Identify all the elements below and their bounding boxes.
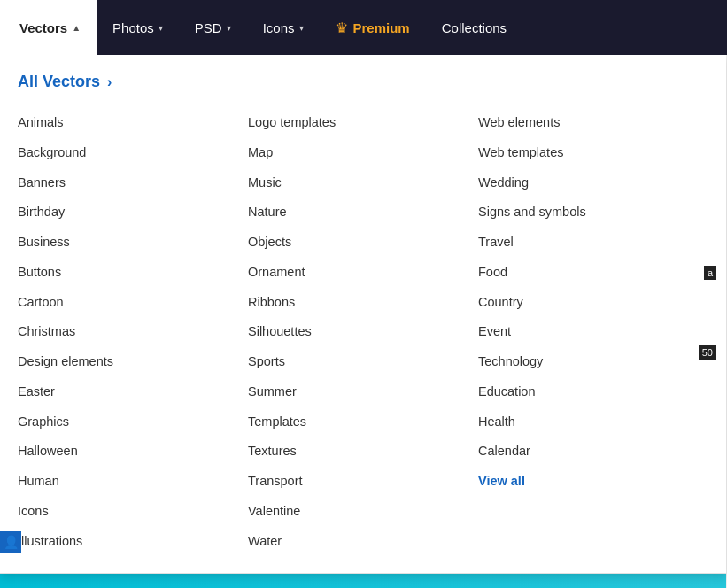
dropdown-panel: All Vectors › Animals Background Banners… [0,55,726,574]
cat-icons[interactable]: Icons [18,498,248,526]
crown-icon: ♛ [336,19,348,36]
nav-vectors-label: Vectors [19,20,67,35]
nav-item-collections[interactable]: Collections [426,0,522,55]
nav-item-psd[interactable]: PSD ▾ [179,0,247,55]
nav-psd-label: PSD [195,20,222,35]
cat-templates[interactable]: Templates [248,408,478,437]
cat-birthday[interactable]: Birthday [18,198,248,227]
cat-christmas[interactable]: Christmas [18,318,248,346]
cat-transport[interactable]: Transport [248,468,478,496]
nav-item-premium[interactable]: ♛ Premium [320,0,426,55]
nav-premium-label: Premium [353,20,410,35]
cat-sports[interactable]: Sports [248,348,478,376]
view-all-link[interactable]: View all [478,468,708,496]
side-label-b: 50 [699,345,716,360]
cat-halloween[interactable]: Halloween [18,437,248,466]
cat-valentine[interactable]: Valentine [248,498,478,526]
nav-collections-label: Collections [442,20,507,35]
cat-textures[interactable]: Textures [248,437,478,466]
cat-music[interactable]: Music [248,169,478,197]
cat-design-elements[interactable]: Design elements [18,348,248,376]
cat-ornament[interactable]: Ornament [248,259,478,287]
cat-banners[interactable]: Banners [18,169,248,197]
cat-technology[interactable]: Technology [478,348,708,376]
all-vectors-link[interactable]: All Vectors › [18,73,708,91]
cat-calendar[interactable]: Calendar [478,437,708,466]
cat-buttons[interactable]: Buttons [18,259,248,287]
category-col-2: Logo templates Map Music Nature Objects … [248,109,478,555]
cat-cartoon[interactable]: Cartoon [18,289,248,317]
cat-illustrations[interactable]: Illustrations [18,528,248,556]
cat-objects[interactable]: Objects [248,228,478,257]
cat-web-templates[interactable]: Web templates [478,139,708,167]
cat-summer[interactable]: Summer [248,378,478,406]
category-col-1: Animals Background Banners Birthday Busi… [18,109,248,555]
cat-human[interactable]: Human [18,468,248,496]
cat-travel[interactable]: Travel [478,228,708,257]
nav-vectors-arrow: ▲ [72,23,81,33]
nav-item-vectors[interactable]: Vectors ▲ [0,0,97,55]
nav-item-icons[interactable]: Icons ▾ [247,0,320,55]
all-vectors-label: All Vectors [18,73,100,91]
side-label-a: a [704,266,716,280]
cat-easter[interactable]: Easter [18,378,248,406]
cat-country[interactable]: Country [478,289,708,317]
cat-background[interactable]: Background [18,139,248,167]
nav-item-photos[interactable]: Photos ▾ [97,0,179,55]
nav-psd-arrow: ▾ [227,23,231,33]
cat-event[interactable]: Event [478,318,708,346]
cat-nature[interactable]: Nature [248,198,478,227]
cat-wedding[interactable]: Wedding [478,169,708,197]
cat-logo-templates[interactable]: Logo templates [248,109,478,137]
cat-water[interactable]: Water [248,528,478,556]
cat-business[interactable]: Business [18,228,248,257]
nav-photos-arrow: ▾ [159,23,163,33]
person-glyph: 👤 [4,535,19,549]
cat-signs-symbols[interactable]: Signs and symbols [478,198,708,227]
cat-map[interactable]: Map [248,139,478,167]
cat-ribbons[interactable]: Ribbons [248,289,478,317]
nav-photos-label: Photos [112,20,154,35]
cat-graphics[interactable]: Graphics [18,408,248,437]
nav-icons-label: Icons [263,20,295,35]
cat-health[interactable]: Health [478,408,708,437]
category-col-3: Web elements Web templates Wedding Signs… [478,109,708,555]
cat-food[interactable]: Food [478,259,708,287]
chevron-right-icon: › [107,74,112,90]
person-icon[interactable]: 👤 [0,531,21,553]
cat-animals[interactable]: Animals [18,109,248,137]
nav-icons-arrow: ▾ [299,23,304,33]
cat-education[interactable]: Education [478,378,708,406]
category-columns: Animals Background Banners Birthday Busi… [18,109,708,555]
cat-silhouettes[interactable]: Silhouettes [248,318,478,346]
cat-web-elements[interactable]: Web elements [478,109,708,137]
navbar: Vectors ▲ Photos ▾ PSD ▾ Icons ▾ ♛ Premi… [0,0,727,55]
